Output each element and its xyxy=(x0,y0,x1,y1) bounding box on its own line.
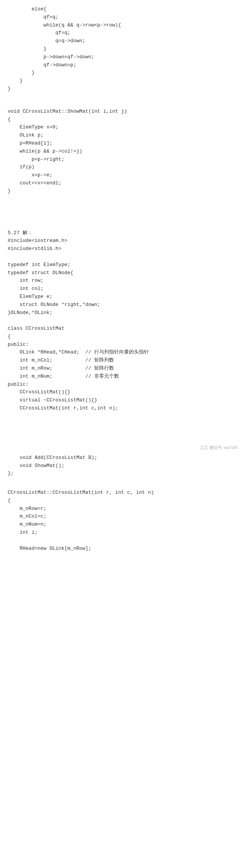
page-container: else{ qf=q; while(q && q->row<p->row){ q… xyxy=(0,0,245,868)
watermark-container: 之乙 微信号: wu7zhi xyxy=(0,414,245,452)
divider-1 xyxy=(0,95,245,106)
code-section-3-footer: void Add(CCrossListMat B); void ShowMat(… xyxy=(0,452,245,479)
watermark-1: 之乙 微信号: wu7zhi xyxy=(200,445,237,450)
large-gap xyxy=(0,197,245,228)
code-section-3: 5.27 解： #include<iostream.h> #include<st… xyxy=(0,228,245,414)
mid-gap: 之乙 微信号: wu7zhi xyxy=(0,414,245,452)
code-section-4: CCrossListMat::CCrossListMat(int r, int … xyxy=(0,479,245,554)
code-section-2: void CCrossListMat::ShowMat(int i,int j)… xyxy=(0,106,245,197)
code-section-1: else{ qf=q; while(q && q->row<p->row){ q… xyxy=(0,4,245,95)
